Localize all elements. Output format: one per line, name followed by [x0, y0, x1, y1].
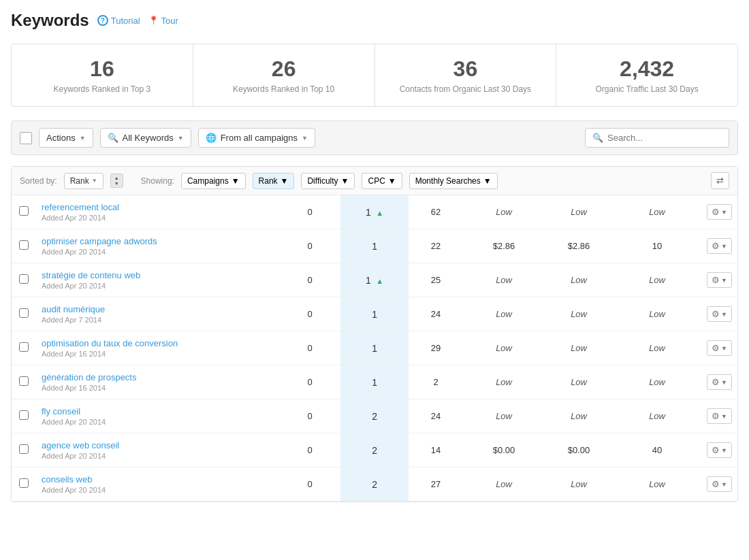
row-checkbox[interactable] [19, 376, 29, 386]
row-check-cell [12, 229, 36, 263]
cpc-value: Low [571, 411, 587, 421]
difficulty-label: Difficulty [307, 176, 338, 186]
difficulty-cell: Low [463, 467, 545, 501]
stat-contacts-number: 36 [382, 56, 549, 82]
row-gear-button[interactable]: ⚙ ▼ [707, 238, 732, 254]
row-gear-button[interactable]: ⚙ ▼ [707, 272, 732, 288]
row-check-cell [12, 331, 36, 365]
keyword-link[interactable]: fly conseil [42, 406, 80, 416]
difficulty-cell: Low [463, 399, 545, 433]
filter1-label: All Keywords [123, 133, 174, 143]
rank-cell: 1 [340, 365, 409, 399]
row-checkbox[interactable] [19, 478, 29, 488]
tutorial-link[interactable]: ? Tutorial [97, 15, 140, 26]
stat-contacts-label: Contacts from Organic Last 30 Days [382, 84, 549, 94]
difficulty-value: $2.86 [493, 241, 515, 251]
row-check-cell [12, 365, 36, 399]
sort-rank-caret: ▼ [92, 178, 97, 184]
row-checkbox[interactable] [19, 206, 29, 216]
cpc-value: Low [571, 479, 587, 489]
row-gear-button[interactable]: ⚙ ▼ [707, 340, 732, 356]
rank-value: 2 [372, 479, 377, 490]
monthly-value: Low [649, 207, 665, 217]
keyword-link[interactable]: referencement local [42, 202, 119, 212]
row-actions-cell: ⚙ ▼ [701, 399, 737, 433]
search-input[interactable] [607, 133, 722, 143]
row-checkbox[interactable] [19, 308, 29, 318]
page-header: Keywords ? Tutorial 📍 Tour [11, 11, 738, 30]
row-checkbox[interactable] [19, 240, 29, 250]
keyword-link[interactable]: conseils web [42, 474, 92, 484]
row-checkbox[interactable] [19, 410, 29, 420]
rank-value: 1 [372, 241, 377, 252]
stat-top10: 26 Keywords Ranked in Top 10 [193, 44, 375, 106]
showing-cpc-dropdown[interactable]: CPC ▼ [362, 173, 402, 189]
monthly-cell: Low [613, 365, 701, 399]
row-gear-button[interactable]: ⚙ ▼ [707, 476, 732, 492]
keyword-link[interactable]: optimisation du taux de conversion [42, 338, 178, 348]
showing-rank-dropdown[interactable]: Rank ▼ [253, 173, 295, 189]
keyword-link[interactable]: optimiser campagne adwords [42, 236, 157, 246]
filter-keywords-dropdown[interactable]: 🔍 All Keywords ▼ [100, 128, 191, 148]
row-actions-cell: ⚙ ▼ [701, 229, 737, 263]
table-row: referencement local Added Apr 20 2014 0 … [12, 195, 737, 229]
monthly-value: 10 [652, 241, 662, 251]
volume-cell: 27 [409, 467, 463, 501]
volume-value: 29 [431, 343, 441, 353]
difficulty-cell: $2.86 [463, 229, 545, 263]
tour-link[interactable]: 📍 Tour [148, 16, 178, 26]
gear-icon: ⚙ [712, 241, 720, 251]
row-checkbox[interactable] [19, 444, 29, 454]
keyword-date: Added Apr 7 2014 [42, 316, 274, 324]
sort-direction-toggle[interactable]: ▲ ▼ [110, 174, 123, 188]
actions-dropdown[interactable]: Actions ▼ [39, 128, 93, 148]
volume-value: 14 [431, 445, 441, 455]
sort-rank-dropdown[interactable]: Rank ▼ [64, 173, 103, 189]
filter1-caret: ▼ [178, 135, 184, 142]
volume-value: 25 [431, 275, 441, 285]
showing-difficulty-dropdown[interactable]: Difficulty ▼ [301, 173, 355, 189]
gear-icon: ⚙ [712, 411, 720, 421]
showing-monthly-dropdown[interactable]: Monthly Searches ▼ [409, 173, 498, 189]
row-gear-button[interactable]: ⚙ ▼ [707, 374, 732, 390]
search-box[interactable]: 🔍 [585, 128, 729, 148]
keyword-link[interactable]: agence web conseil [42, 440, 119, 450]
rank-cell: 2 [340, 399, 409, 433]
actions-caret: ▼ [80, 135, 86, 142]
keyword-link[interactable]: génération de prospects [42, 372, 136, 382]
keyword-date: Added Apr 20 2014 [42, 418, 274, 426]
keyword-link[interactable]: stratégie de contenu web [42, 270, 140, 280]
keyword-cell: optimiser campagne adwords Added Apr 20 … [36, 229, 279, 263]
difficulty-caret: ▼ [341, 176, 349, 186]
row-actions-cell: ⚙ ▼ [701, 263, 737, 297]
difficulty-value: Low [496, 207, 512, 217]
cpc-label: CPC [368, 176, 385, 186]
row-gear-button[interactable]: ⚙ ▼ [707, 204, 732, 220]
campaigns-cell: 0 [279, 229, 340, 263]
keyword-date: Added Apr 16 2014 [42, 384, 274, 392]
keyword-date: Added Apr 20 2014 [42, 486, 274, 494]
keyword-link[interactable]: audit numérique [42, 304, 105, 314]
monthly-value: Low [649, 275, 665, 285]
keyword-date: Added Apr 20 2014 [42, 452, 274, 460]
monthly-cell: Low [613, 331, 701, 365]
columns-settings-button[interactable]: ⇄ [711, 172, 729, 189]
rank-cell: 1 [340, 297, 409, 331]
row-gear-button[interactable]: ⚙ ▼ [707, 442, 732, 458]
volume-value: 22 [431, 241, 441, 251]
row-checkbox[interactable] [19, 342, 29, 352]
globe-icon: 🌐 [206, 133, 217, 143]
gear-icon: ⚙ [712, 479, 720, 489]
row-gear-button[interactable]: ⚙ ▼ [707, 306, 732, 322]
row-checkbox[interactable] [19, 274, 29, 284]
cpc-cell: Low [545, 331, 613, 365]
row-gear-button[interactable]: ⚙ ▼ [707, 408, 732, 424]
filter-campaigns-dropdown[interactable]: 🌐 From all campaigns ▼ [198, 128, 315, 148]
volume-cell: 22 [409, 229, 463, 263]
monthly-cell: Low [613, 195, 701, 229]
select-all-checkbox[interactable] [20, 132, 32, 144]
gear-icon: ⚙ [712, 445, 720, 455]
monthly-caret: ▼ [483, 176, 492, 186]
showing-campaigns-dropdown[interactable]: Campaigns ▼ [181, 173, 246, 189]
volume-cell: 25 [409, 263, 463, 297]
